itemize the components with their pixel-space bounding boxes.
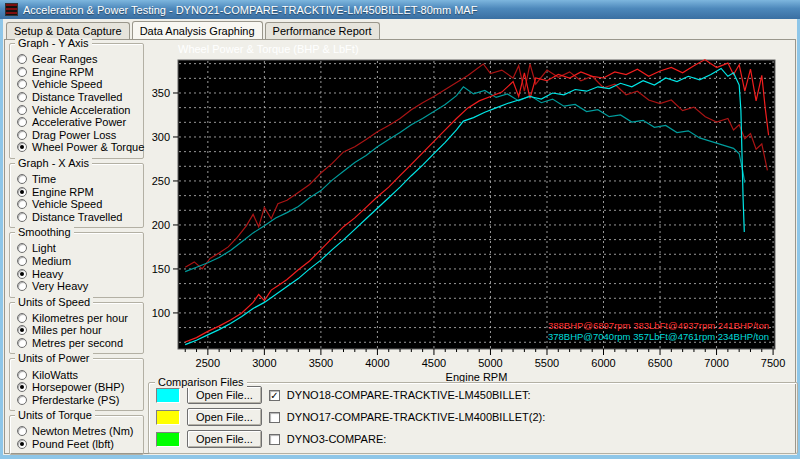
comparison-row-1: Open File...✓DYNO18-COMPARE-TRACKTIVE-LM… [156, 385, 797, 405]
radio-label: Pound Feet (lbft) [32, 438, 114, 450]
x-tick-label: 5000 [478, 357, 502, 369]
radio-icon[interactable] [17, 281, 27, 291]
x-tick-label: 4500 [422, 357, 446, 369]
y-tick-label: 100 [152, 307, 170, 319]
radio-option-distance-travelled[interactable]: Distance Travelled [17, 211, 140, 224]
radio-icon[interactable] [17, 395, 27, 405]
radio-icon[interactable] [17, 174, 27, 184]
radio-option-vehicle-speed[interactable]: Vehicle Speed [17, 78, 140, 91]
x-tick-label: 2500 [196, 357, 220, 369]
radio-option-vehicle-acceleration[interactable]: Vehicle Acceleration [17, 103, 140, 116]
radio-label: Vehicle Speed [32, 198, 102, 210]
radio-option-time[interactable]: Time [17, 173, 140, 186]
radio-option-horsepower-bhp[interactable]: Horsepower (BHP) [17, 381, 140, 394]
radio-label: Newton Metres (Nm) [32, 425, 133, 437]
radio-icon[interactable] [17, 370, 27, 380]
radio-option-vehicle-speed[interactable]: Vehicle Speed [17, 198, 140, 211]
radio-label: Wheel Power & Torque [32, 141, 144, 153]
sidebar-controls: Graph - Y AxisGear RangesEngine RPMVehic… [7, 43, 144, 459]
radio-icon[interactable] [17, 142, 27, 152]
radio-label: Horsepower (BHP) [32, 381, 124, 393]
radio-option-very-heavy[interactable]: Very Heavy [17, 280, 140, 293]
radio-label: Kilometres per hour [32, 312, 128, 324]
radio-option-miles-per-hour[interactable]: Miles per hour [17, 324, 140, 337]
radio-icon[interactable] [17, 105, 27, 115]
open-file-button-2[interactable]: Open File... [187, 408, 262, 426]
radio-icon[interactable] [17, 382, 27, 392]
radio-icon[interactable] [17, 256, 27, 266]
radio-option-medium[interactable]: Medium [17, 255, 140, 268]
radio-option-newton-metres-nm[interactable]: Newton Metres (Nm) [17, 425, 140, 438]
radio-option-wheel-power-torque[interactable]: Wheel Power & Torque [17, 141, 140, 154]
radio-icon[interactable] [17, 187, 27, 197]
radio-icon[interactable] [17, 338, 27, 348]
radio-icon[interactable] [17, 313, 27, 323]
radio-option-gear-ranges[interactable]: Gear Ranges [17, 53, 140, 66]
group-title: Units of Speed [15, 297, 93, 308]
graph-statistics-line-2: 378BHP@7040rpm 357LbFt@4761rpm 234BHP/to… [548, 331, 769, 342]
radio-icon[interactable] [17, 426, 27, 436]
comparison-file-label: DYNO17-COMPARE-TRACKTIVE-LM400BILLET(2): [287, 411, 545, 423]
radio-option-accelerative-power[interactable]: Accelerative Power [17, 116, 140, 129]
group-graph-x-axis: Graph - X AxisTimeEngine RPMVehicle Spee… [9, 163, 144, 228]
title-bar[interactable]: Acceleration & Power Testing - DYNO21-CO… [0, 0, 800, 19]
radio-option-pound-feet-lbft[interactable]: Pound Feet (lbft) [17, 438, 140, 451]
radio-icon[interactable] [17, 199, 27, 209]
group-graph-y-axis: Graph - Y AxisGear RangesEngine RPMVehic… [9, 43, 144, 159]
tab-performance-report[interactable]: Performance Report [265, 22, 380, 40]
radio-icon[interactable] [17, 67, 27, 77]
comparison-row-3: Open File...DYNO3-COMPARE: [156, 429, 797, 449]
radio-option-distance-travelled[interactable]: Distance Travelled [17, 91, 140, 104]
radio-option-kilometres-per-hour[interactable]: Kilometres per hour [17, 312, 140, 325]
radio-icon[interactable] [17, 269, 27, 279]
radio-icon[interactable] [17, 212, 27, 222]
open-file-button-3[interactable]: Open File... [187, 430, 262, 448]
radio-option-heavy[interactable]: Heavy [17, 267, 140, 280]
radio-option-engine-rpm[interactable]: Engine RPM [17, 66, 140, 79]
group-smoothing: SmoothingLightMediumHeavyVery Heavy [9, 232, 144, 297]
radio-icon[interactable] [17, 243, 27, 253]
radio-icon[interactable] [17, 117, 27, 127]
radio-icon[interactable] [17, 92, 27, 102]
radio-label: Medium [32, 255, 71, 267]
group-title: Graph - Y Axis [15, 38, 92, 49]
group-title: Smoothing [15, 227, 74, 238]
app-icon [5, 3, 18, 16]
open-file-button-1[interactable]: Open File... [187, 386, 262, 404]
radio-label: Heavy [32, 268, 63, 280]
comparison-checkbox-3[interactable] [269, 434, 280, 445]
comparison-checkbox-1[interactable]: ✓ [269, 390, 280, 401]
radio-icon[interactable] [17, 325, 27, 335]
radio-option-drag-power-loss[interactable]: Drag Power Loss [17, 129, 140, 142]
radio-label: Miles per hour [32, 324, 102, 336]
x-tick-label: 7000 [704, 357, 728, 369]
tab-data-analysis-graphing[interactable]: Data Analysis Graphing [132, 21, 263, 41]
comparison-files-group: Comparison Files Open File...✓DYNO18-COM… [148, 382, 798, 454]
radio-option-metres-per-second[interactable]: Metres per second [17, 337, 140, 350]
x-tick-label: 6000 [591, 357, 615, 369]
radio-label: Accelerative Power [32, 116, 126, 128]
radio-icon[interactable] [17, 130, 27, 140]
trace-color-swatch [156, 388, 180, 403]
graph-statistics-line-1: 388BHP@6897rpm 383LbFt@4937rpm 241BHP/to… [548, 320, 769, 331]
comparison-checkbox-2[interactable] [269, 412, 280, 423]
radio-label: Metres per second [32, 337, 123, 349]
radio-option-light[interactable]: Light [17, 242, 140, 255]
app-window: Acceleration & Power Testing - DYNO21-CO… [0, 0, 800, 459]
y-tick-label: 200 [152, 219, 170, 231]
radio-option-pferdestarke-ps[interactable]: Pferdestarke (PS) [17, 393, 140, 406]
radio-label: Pferdestarke (PS) [32, 394, 119, 406]
radio-option-kilowatts[interactable]: KiloWatts [17, 368, 140, 381]
comparison-files-title: Comparison Files [155, 377, 247, 388]
comparison-file-label: DYNO3-COMPARE: [287, 433, 386, 445]
radio-label: KiloWatts [32, 369, 78, 381]
x-tick-label: 3000 [252, 357, 276, 369]
group-units-of-torque: Units of TorqueNewton Metres (Nm)Pound F… [9, 415, 144, 455]
y-tick-label: 150 [152, 263, 170, 275]
radio-icon[interactable] [17, 54, 27, 64]
y-tick-label: 250 [152, 175, 170, 187]
radio-option-engine-rpm[interactable]: Engine RPM [17, 185, 140, 198]
radio-icon[interactable] [17, 439, 27, 449]
radio-icon[interactable] [17, 79, 27, 89]
x-tick-label: 6500 [648, 357, 672, 369]
